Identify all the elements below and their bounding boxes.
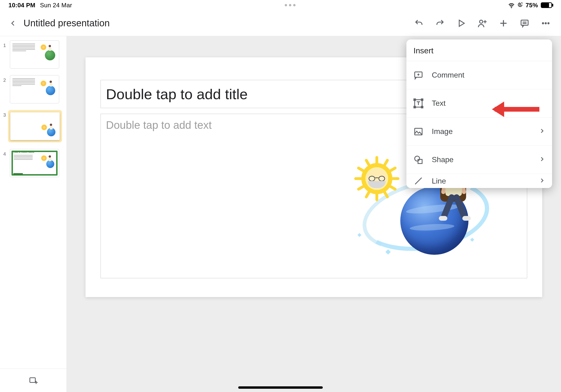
slide-thumbnail-4[interactable]: 4 Least at Visible Planets	[3, 149, 63, 177]
slide-thumbnail-1[interactable]: 1	[3, 40, 63, 69]
menu-label: Line	[432, 177, 530, 185]
comments-button[interactable]	[514, 13, 535, 34]
insert-menu-title: Insert	[406, 40, 552, 61]
chevron-right-icon	[539, 127, 545, 136]
undo-button[interactable]	[408, 13, 430, 34]
menu-label: Image	[432, 127, 530, 136]
slide-thumbnail-2[interactable]: 2	[3, 75, 63, 103]
status-date: Sun 24 Mar	[40, 2, 72, 9]
line-icon	[413, 176, 423, 186]
svg-rect-1	[520, 4, 521, 5]
wifi-icon	[508, 3, 515, 8]
svg-marker-2	[459, 20, 464, 26]
svg-rect-20	[414, 106, 416, 108]
menu-label: Shape	[432, 155, 530, 164]
sun-character	[356, 157, 398, 200]
svg-point-3	[479, 20, 483, 23]
slide-thumbnail-3[interactable]: 3	[3, 110, 63, 142]
battery-percent: 75%	[526, 2, 538, 9]
slide-number: 2	[3, 75, 10, 83]
svg-rect-24	[418, 159, 422, 163]
new-slide-button[interactable]	[0, 369, 67, 392]
document-title[interactable]: Untitled presentation	[23, 18, 110, 28]
slide-number: 1	[3, 40, 10, 48]
insert-image[interactable]: Image	[406, 118, 552, 146]
present-button[interactable]	[451, 13, 472, 34]
svg-rect-26	[30, 378, 35, 382]
insert-comment[interactable]: Comment	[406, 61, 552, 89]
app-header: Untitled presentation	[0, 10, 561, 36]
home-indicator[interactable]	[238, 386, 323, 389]
battery-icon	[541, 2, 552, 8]
text-box-icon	[413, 98, 423, 108]
svg-point-12	[545, 22, 546, 24]
svg-point-11	[542, 22, 544, 24]
svg-rect-19	[421, 99, 423, 100]
svg-rect-21	[421, 106, 423, 108]
insert-shape[interactable]: Shape	[406, 146, 552, 174]
redo-button[interactable]	[430, 13, 451, 34]
svg-rect-8	[521, 20, 528, 25]
svg-point-23	[415, 156, 420, 161]
orientation-lock-icon	[518, 2, 523, 9]
annotation-arrow	[490, 99, 544, 121]
svg-point-0	[511, 7, 512, 8]
slide-number: 4	[3, 149, 10, 157]
menu-label: Comment	[432, 71, 545, 79]
insert-button[interactable]	[493, 13, 514, 34]
comment-icon	[413, 70, 423, 80]
more-button[interactable]	[535, 13, 556, 34]
svg-line-25	[415, 178, 422, 184]
status-time: 10:04 PM	[9, 2, 35, 9]
insert-line[interactable]: Line	[406, 174, 552, 188]
chevron-right-icon	[539, 177, 545, 185]
svg-point-13	[548, 22, 549, 24]
shape-icon	[413, 155, 423, 165]
device-status-bar: 10:04 PM Sun 24 Mar 75%	[0, 0, 561, 10]
svg-rect-18	[414, 99, 416, 100]
back-button[interactable]	[5, 15, 22, 32]
image-icon	[413, 127, 423, 137]
chevron-right-icon	[539, 155, 545, 164]
slide-panel[interactable]: 1 2 3 4	[0, 36, 67, 369]
share-button[interactable]	[472, 13, 493, 34]
multitask-dots[interactable]	[72, 4, 508, 6]
